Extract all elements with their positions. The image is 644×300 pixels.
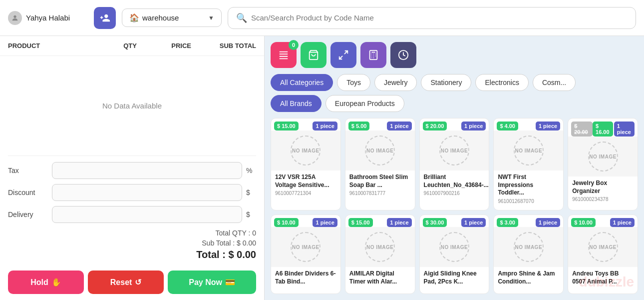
product-card-2[interactable]: $ 20.00 1 piece NO IMAGE Brilliant Leuch…: [419, 118, 490, 210]
product-name-9: Andreu Toys BB 0507 Animal P...: [572, 270, 634, 286]
product-card-5[interactable]: $ 10.00 1 piece NO IMAGE A6 Binder Divid…: [271, 214, 341, 294]
product-name-4: Jewelry Box Organizer: [572, 180, 634, 195]
user-section: Yahya Halabi: [8, 11, 88, 25]
cart-fields: Tax % Discount $ Delivery $: [0, 156, 264, 229]
price-badge: $ 3.00: [497, 218, 518, 227]
product-sku-2: 9610007900216: [424, 190, 485, 196]
product-sku-0: 9610007721304: [275, 190, 336, 196]
action-buttons: Hold ✋ Reset ↺ Pay Now 💳: [0, 264, 264, 300]
delivery-suffix: $: [246, 210, 256, 218]
search-input[interactable]: [251, 14, 628, 22]
col-price-header: PRICE: [158, 42, 205, 50]
product-card-9[interactable]: $ 10.00 1 piece NO IMAGE Andreu Toys BB …: [568, 214, 638, 294]
discount-suffix: $: [246, 188, 256, 196]
discount-label: Discount: [8, 188, 48, 196]
toolbar-calculator-button[interactable]: [360, 42, 386, 68]
unit-badge: 1 piece: [614, 122, 635, 136]
product-name-5: A6 Binder Dividers 6-Tab Bind...: [275, 270, 336, 286]
toolbar-dashboard-button[interactable]: [390, 42, 416, 68]
categories-row: All CategoriesToysJewelryStationeryElect…: [271, 74, 638, 91]
main-content: PRODUCT QTY PRICE SUB TOTAL No Data Avai…: [0, 36, 644, 300]
pay-now-button[interactable]: Pay Now 💳: [168, 270, 256, 294]
product-card-top-3: $ 4.00 1 piece: [494, 118, 563, 130]
toolbar-icons: 0: [271, 42, 638, 68]
brand-btn-0[interactable]: All Brands: [271, 95, 322, 112]
no-image-placeholder: NO IMAGE: [291, 232, 321, 262]
toolbar-list-button[interactable]: 0: [271, 42, 297, 68]
product-image-3: NO IMAGE: [494, 130, 563, 170]
toolbar-expand-button[interactable]: [330, 42, 356, 68]
product-image-9: NO IMAGE: [568, 227, 638, 267]
price-badge: $ 20.00: [423, 122, 447, 130]
category-btn-5[interactable]: Cosm...: [533, 74, 576, 91]
delivery-label: Delivery: [8, 210, 48, 218]
svg-line-2: [344, 51, 347, 54]
products-grid: $ 15.00 1 piece NO IMAGE 12V VSR 125A Vo…: [271, 118, 638, 300]
product-card-1[interactable]: $ 5.00 1 piece NO IMAGE Bathroom Steel S…: [345, 118, 415, 210]
category-btn-0[interactable]: All Categories: [271, 74, 333, 91]
unit-badge: 1 piece: [313, 218, 337, 227]
cart-empty-message: No Data Available: [0, 56, 264, 156]
product-name-6: AIMILAR Digital Timer with Alar...: [349, 270, 411, 286]
reset-button[interactable]: Reset ↺: [88, 270, 164, 294]
tax-label: Tax: [8, 166, 48, 174]
col-qty-header: QTY: [106, 42, 154, 50]
product-info-2: Brilliant Leuchten_No_43684-... 96100079…: [420, 170, 489, 199]
price-badge: $ 15.00: [348, 218, 373, 227]
product-card-7[interactable]: $ 30.00 1 piece NO IMAGE Aigid Sliding K…: [419, 214, 490, 294]
col-subtotal-header: SUB TOTAL: [209, 42, 256, 50]
add-user-button[interactable]: [94, 7, 116, 29]
price-badge: $ 4.00: [497, 122, 518, 130]
product-image-1: NO IMAGE: [345, 130, 415, 170]
product-info-8: Ampro Shine & Jam Condition...: [494, 267, 563, 290]
brand-btn-1[interactable]: European Products: [325, 95, 404, 112]
user-avatar-icon: [8, 11, 22, 25]
no-image-placeholder: NO IMAGE: [291, 136, 321, 166]
product-info-9: Andreu Toys BB 0507 Animal P...: [568, 267, 638, 290]
total-qty: Total QTY : 0: [8, 229, 256, 237]
category-btn-1[interactable]: Toys: [337, 74, 370, 91]
no-image-placeholder: NO IMAGE: [588, 142, 618, 172]
product-card-8[interactable]: $ 3.00 1 piece NO IMAGE Ampro Shine & Ja…: [493, 214, 564, 294]
price-badge: $ 10.00: [571, 218, 596, 227]
product-image-6: NO IMAGE: [345, 227, 415, 267]
product-card-top-4: $ 20.00 $ 16.00 1 piece: [568, 118, 638, 136]
reset-icon: ↺: [135, 278, 141, 287]
category-btn-3[interactable]: Stationery: [421, 74, 471, 91]
product-image-7: NO IMAGE: [420, 227, 489, 267]
search-bar: 🔍: [228, 7, 636, 29]
category-btn-4[interactable]: Electronics: [475, 74, 528, 91]
unit-badge: 1 piece: [610, 218, 635, 227]
product-name-3: NWT First Impressions Toddler...: [498, 174, 559, 197]
category-btn-2[interactable]: Jewelry: [374, 74, 417, 91]
unit-badge: 1 piece: [461, 122, 486, 130]
product-card-top-0: $ 15.00 1 piece: [271, 118, 340, 130]
warehouse-selector[interactable]: 🏠 warehouse ▼: [122, 8, 222, 27]
product-card-0[interactable]: $ 15.00 1 piece NO IMAGE 12V VSR 125A Vo…: [271, 118, 341, 210]
product-name-0: 12V VSR 125A Voltage Sensitive...: [275, 174, 336, 189]
product-card-top-7: $ 30.00 1 piece: [420, 215, 489, 227]
product-sku-3: 9610012687070: [498, 198, 559, 204]
price-badge: $ 5.00: [348, 122, 370, 130]
tax-suffix: %: [246, 166, 256, 174]
delivery-input[interactable]: [52, 206, 242, 223]
left-panel: PRODUCT QTY PRICE SUB TOTAL No Data Avai…: [0, 36, 265, 300]
product-card-6[interactable]: $ 15.00 1 piece NO IMAGE AIMILAR Digital…: [345, 214, 415, 294]
product-info-0: 12V VSR 125A Voltage Sensitive... 961000…: [271, 170, 340, 199]
no-image-placeholder: NO IMAGE: [514, 232, 544, 262]
warehouse-label: warehouse: [142, 14, 205, 22]
product-image-8: NO IMAGE: [494, 227, 563, 267]
product-card-top-6: $ 15.00 1 piece: [345, 215, 415, 227]
product-card-3[interactable]: $ 4.00 1 piece NO IMAGE NWT First Impres…: [493, 118, 564, 210]
search-icon: 🔍: [236, 12, 247, 24]
toolbar-bag-button[interactable]: [301, 42, 326, 68]
product-image-5: NO IMAGE: [271, 227, 340, 267]
product-info-6: AIMILAR Digital Timer with Alar...: [345, 267, 415, 290]
product-card-4[interactable]: $ 20.00 $ 16.00 1 piece NO IMAGE Jewelry…: [568, 118, 638, 210]
no-image-placeholder: NO IMAGE: [365, 232, 395, 262]
hold-button[interactable]: Hold ✋: [8, 270, 84, 294]
pay-icon: 💳: [225, 278, 235, 287]
svg-point-0: [13, 15, 16, 18]
discount-input[interactable]: [52, 184, 242, 201]
tax-input[interactable]: [52, 162, 242, 179]
